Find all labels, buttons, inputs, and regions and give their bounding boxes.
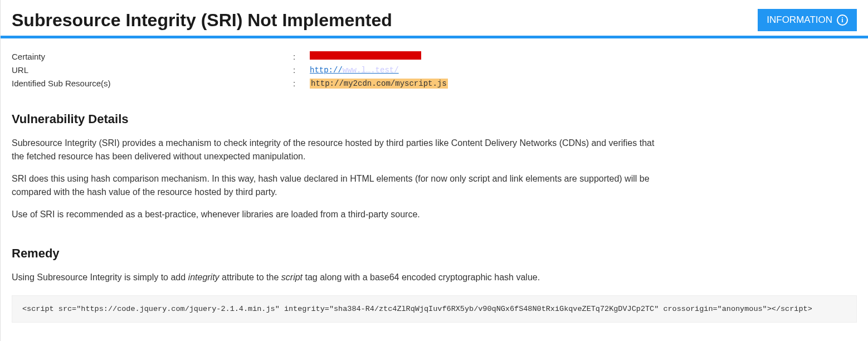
url-rest: www.l….test/	[343, 66, 399, 75]
vulnerability-paragraph-1: Subresource Integrity (SRI) provides a m…	[12, 137, 658, 163]
meta-row-certainty: Certainty :	[12, 50, 857, 63]
meta-row-subresource: Identified Sub Resource(s) : http://my2c…	[12, 76, 857, 90]
vulnerability-heading: Vulnerability Details	[12, 112, 857, 126]
info-icon: i	[837, 14, 848, 26]
meta-label-subresource: Identified Sub Resource(s)	[12, 79, 293, 88]
meta-value-subresource: http://my2cdn.com/myscript.js	[310, 78, 857, 88]
remedy-heading: Remedy	[12, 246, 857, 261]
severity-badge: INFORMATION i	[758, 9, 857, 31]
meta-colon: :	[293, 65, 310, 75]
remedy-script-word: script	[281, 272, 303, 282]
meta-label-url: URL	[12, 65, 293, 75]
url-link[interactable]: http://www.l….test/	[310, 66, 399, 75]
vulnerability-paragraph-2: SRI does this using hash comparison mech…	[12, 172, 658, 199]
remedy-text-post: tag along with a base64 encoded cryptogr…	[303, 272, 540, 282]
vulnerability-paragraph-3: Use of SRI is recommended as a best-prac…	[12, 208, 658, 221]
meta-value-certainty	[310, 51, 857, 61]
remedy-text: Using Subresource Integrity is simply to…	[12, 271, 857, 284]
remedy-integrity-word: integrity	[188, 272, 220, 282]
content-area: Certainty : URL : http://www.l….test/ Id…	[1, 38, 868, 341]
report-container: Subresource Integrity (SRI) Not Implemen…	[0, 0, 868, 341]
code-example: <script src="https://code.jquery.com/jqu…	[12, 295, 857, 323]
severity-badge-label: INFORMATION	[767, 14, 832, 26]
remedy-section: Remedy Using Subresource Integrity is si…	[12, 246, 857, 341]
meta-colon: :	[293, 79, 310, 88]
page-title: Subresource Integrity (SRI) Not Implemen…	[12, 10, 392, 31]
meta-row-url: URL : http://www.l….test/	[12, 63, 857, 76]
certainty-bar	[310, 51, 421, 60]
remedy-text-mid: attribute to the	[220, 272, 281, 282]
meta-colon: :	[293, 52, 310, 61]
meta-value-url: http://www.l….test/	[310, 65, 857, 75]
url-prefix: http://	[310, 66, 343, 75]
remedy-text-pre: Using Subresource Integrity is simply to…	[12, 272, 188, 282]
meta-label-certainty: Certainty	[12, 52, 293, 61]
meta-table: Certainty : URL : http://www.l….test/ Id…	[12, 50, 857, 90]
header-bar: Subresource Integrity (SRI) Not Implemen…	[1, 0, 868, 36]
subresource-url: http://my2cdn.com/myscript.js	[310, 79, 448, 89]
